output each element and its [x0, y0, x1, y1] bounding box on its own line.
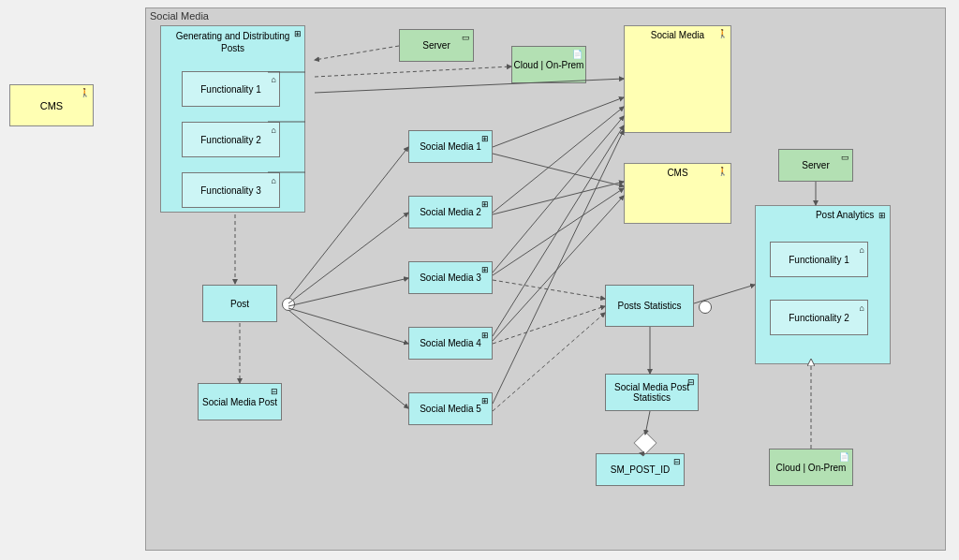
svg-line-14: [493, 116, 624, 273]
post-analytics-title: Post Analytics ⊞: [756, 206, 890, 222]
svg-line-21: [493, 313, 605, 411]
func1-icon: ⌂: [272, 75, 276, 84]
svg-line-8: [288, 308, 408, 344]
sm1-icon: ⊞: [481, 134, 489, 143]
svg-line-10: [493, 97, 624, 147]
sm4-box: Social Media 4 ⊞: [408, 327, 493, 360]
cms-yellow-label: CMS: [667, 168, 687, 178]
svg-line-7: [288, 278, 408, 306]
svg-line-19: [493, 306, 605, 344]
cloud-top-icon: 📄: [572, 50, 583, 59]
posts-stats-label: Posts Statistics: [618, 301, 682, 311]
sm1-box: Social Media 1 ⊞: [408, 130, 493, 163]
post-analytics-icon: ⊞: [878, 211, 886, 220]
svg-line-16: [493, 280, 605, 299]
sm5-icon: ⊞: [481, 396, 489, 405]
person-icon: 🚶: [80, 88, 90, 97]
post-box: Post: [202, 285, 277, 322]
sm5-box: Social Media 5 ⊞: [408, 392, 493, 425]
sm2-icon: ⊞: [481, 199, 489, 209]
svg-line-6: [288, 213, 408, 303]
sm4-icon: ⊞: [481, 331, 489, 340]
svg-line-13: [493, 182, 624, 214]
func1-box: Functionality 1 ⌂: [182, 71, 280, 107]
pa-func2-box: Functionality 2 ⌂: [770, 300, 868, 335]
posts-stats-box: Posts Statistics: [605, 285, 694, 327]
cms-person-icon: 🚶: [717, 167, 728, 176]
cms-outside-label: CMS: [40, 100, 63, 111]
svg-line-20: [493, 130, 624, 404]
svg-line-0: [315, 46, 399, 60]
sm3-icon: ⊞: [481, 265, 489, 274]
server-top-label: Server: [422, 40, 450, 51]
func1-label: Functionality 1: [200, 84, 260, 95]
sm-post-id-box: SM_POST_ID ⊟: [596, 453, 685, 486]
main-title: Social Media: [150, 10, 209, 22]
cloud-right-icon: 📄: [839, 452, 849, 462]
social-media-person-icon: 🚶: [717, 29, 728, 38]
cloud-right-box: Cloud | On-Prem 📄: [769, 449, 853, 486]
pa-func1-box: Functionality 1 ⌂: [770, 242, 868, 277]
svg-line-5: [288, 147, 408, 299]
sm1-label: Social Media 1: [420, 141, 481, 152]
svg-line-15: [493, 188, 624, 275]
post-analytics-box: Post Analytics ⊞ Functionality 1 ⌂ Funct…: [755, 205, 891, 364]
social-media-yellow-label: Social Media: [651, 30, 704, 40]
cms-yellow-box: CMS 🚶: [624, 163, 731, 224]
server-top-icon: ▭: [462, 33, 470, 42]
cloud-right-label: Cloud | On-Prem: [776, 463, 847, 473]
svg-line-11: [493, 154, 624, 186]
func3-label: Functionality 3: [200, 185, 260, 196]
sm5-label: Social Media 5: [420, 404, 481, 414]
cloud-top-box: Cloud | On-Prem 📄: [511, 46, 586, 83]
cms-outside-box: CMS 🚶: [9, 84, 94, 126]
server-right-icon: ▭: [841, 153, 849, 162]
func2-icon: ⌂: [272, 125, 276, 135]
gen-dist-icon: ⊞: [294, 29, 302, 38]
sm-post-id-label: SM_POST_ID: [611, 464, 670, 475]
cloud-top-label: Cloud | On-Prem: [514, 60, 584, 70]
social-media-yellow-box: Social Media 🚶: [624, 25, 731, 133]
sm-post-stats-icon: ⊟: [687, 377, 695, 387]
post-label: Post: [230, 299, 249, 309]
svg-line-9: [288, 310, 408, 408]
svg-line-17: [493, 125, 624, 336]
pa-func1-icon: ⌂: [860, 245, 864, 255]
sm-post-stats-box: Social Media Post Statistics ⊟: [605, 374, 699, 411]
main-container: Social Media Generating and Distributing…: [145, 7, 946, 551]
sm-post-box: Social Media Post ⊟: [198, 383, 282, 420]
sm4-label: Social Media 4: [420, 338, 481, 348]
func3-box: Functionality 3 ⌂: [182, 172, 280, 208]
sm-post-id-icon: ⊟: [673, 457, 681, 466]
sm-post-stats-label: Social Media Post Statistics: [606, 382, 698, 403]
svg-line-1: [315, 66, 511, 77]
lollipop-circle-stats: [699, 301, 712, 314]
func2-box: Functionality 2 ⌂: [182, 122, 280, 157]
pa-func2-icon: ⌂: [860, 303, 864, 313]
svg-line-18: [493, 196, 624, 341]
sm-post-icon: ⊟: [271, 387, 278, 396]
sm2-label: Social Media 2: [420, 207, 481, 217]
gen-dist-title: Generating and Distributing Posts: [161, 26, 304, 56]
sm3-box: Social Media 3 ⊞: [408, 261, 493, 294]
sm3-label: Social Media 3: [420, 273, 481, 283]
func2-label: Functionality 2: [200, 135, 260, 145]
server-right-label: Server: [802, 160, 829, 170]
sm-post-label: Social Media Post: [202, 397, 277, 407]
lollipop-circle-post: [282, 298, 295, 311]
gen-dist-box: Generating and Distributing Posts ⊞ Func…: [160, 25, 305, 213]
func3-icon: ⌂: [272, 176, 276, 185]
sm2-box: Social Media 2 ⊞: [408, 196, 493, 228]
svg-line-12: [493, 107, 624, 213]
server-right-box: Server ▭: [778, 149, 853, 182]
pa-func1-label: Functionality 1: [789, 255, 848, 265]
pa-func2-label: Functionality 2: [789, 313, 848, 323]
server-top-box: Server ▭: [399, 29, 474, 62]
